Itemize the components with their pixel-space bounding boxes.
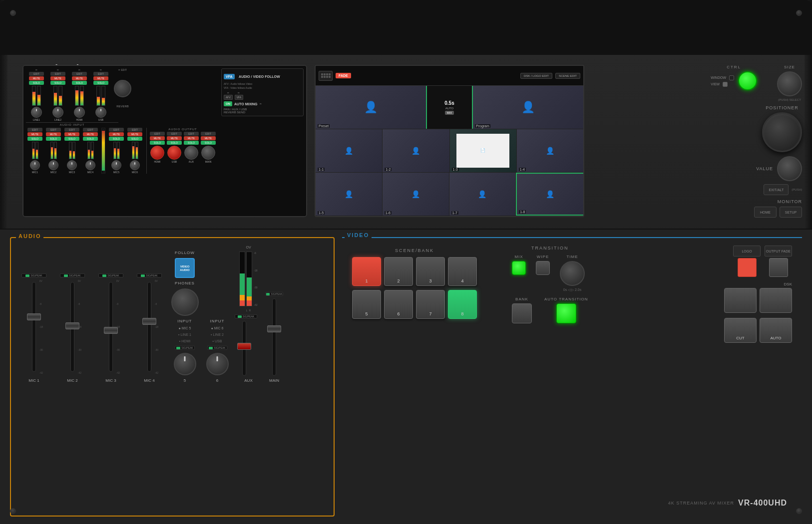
dsk-btn-right[interactable] [760,288,792,313]
logo-btn[interactable]: LOGO [733,246,761,257]
vm-thumb-1-5[interactable]: 👤 1-5 [316,173,383,216]
edit-btn-mic5[interactable]: EDIT [109,128,124,132]
edit-btn-mic2[interactable]: EDIT [46,128,61,132]
scene-btn-1[interactable]: 1 [352,257,381,286]
mute-btn-line2[interactable]: MUTE [50,76,65,80]
edit-btn-usb[interactable]: EDIT [93,72,108,76]
mute-out-main[interactable]: MUTE [201,136,216,140]
solo-btn-line2[interactable]: SOLO [50,81,65,85]
vfa-btn-sm[interactable]: VFA [235,95,243,100]
ch5-knob[interactable] [174,353,196,375]
mute-btn-mic1[interactable]: MUTE [27,132,42,136]
knob-hdmi[interactable] [74,107,85,118]
edit-btn-line1[interactable]: EDIT [29,72,44,76]
vm-thumb-1-8[interactable]: 👤 1-8 [516,173,583,216]
edit-btn-mic4[interactable]: EDIT [83,128,98,132]
output-fade-gray-btn[interactable] [769,258,788,277]
main-fader-handle[interactable] [267,325,281,332]
mute-btn-mic5[interactable]: MUTE [109,132,124,136]
solo-btn-mic5[interactable]: SOLO [109,137,124,141]
value-knob[interactable] [777,156,802,181]
dsk-btn-left[interactable] [724,288,757,313]
solo-out-usb[interactable]: SOLO [167,141,182,145]
output-fade-btn[interactable]: OUTPUT FADE [765,246,792,257]
ch6-knob[interactable] [206,353,229,375]
knob-mic6[interactable] [130,160,140,170]
edit-out-usb[interactable]: EDIT [167,132,182,136]
window-radio[interactable] [729,75,734,80]
mute-btn-usb[interactable]: MUTE [93,76,108,80]
ctrl-green-btn[interactable] [738,71,757,90]
solo-btn-mic3[interactable]: SOLO [64,137,79,141]
solo-btn-hdmi[interactable]: SOLO [72,81,87,85]
cut-btn[interactable]: CUT [724,318,757,343]
edit-btn-mic6[interactable]: EDIT [127,128,142,132]
knob-out-usb[interactable] [167,146,181,160]
knob-usb[interactable] [95,107,106,118]
fade-btn[interactable]: FADE [336,73,351,78]
knob-mic5[interactable] [111,160,121,170]
time-knob[interactable] [560,261,585,286]
mute-out-aux[interactable]: MUTE [184,136,199,140]
solo-btn-mic4[interactable]: SOLO [83,137,98,141]
mute-btn-hdmi[interactable]: MUTE [72,76,87,80]
logo-red-btn[interactable] [738,258,757,277]
scene-btn-7[interactable]: 7 [416,290,445,319]
vm-thumb-1-4[interactable]: 👤 1-4 [517,129,583,172]
edit-btn-hdmi[interactable]: EDIT [72,72,87,76]
mute-out-hdmi[interactable]: MUTE [150,136,165,140]
auto-btn[interactable]: AUTO [760,318,792,343]
vm-thumb-1-3[interactable]: 📄 1-3 [450,129,517,172]
knob-out-aux[interactable] [184,146,198,160]
knob-mic4[interactable] [85,160,95,170]
knob-line2[interactable] [52,107,63,118]
mute-btn-mic6[interactable]: MUTE [127,132,142,136]
vm-thumb-1-2[interactable]: 👤 1-2 [383,129,449,172]
scene-edit-btn[interactable]: SCENE EDIT [555,73,580,79]
follow-btn[interactable]: VIDEO AUDIO [175,258,195,278]
on-btn[interactable]: ON [224,101,232,106]
vm-thumb-1-7[interactable]: 👤 1-7 [449,173,516,216]
solo-out-aux[interactable]: SOLO [184,141,199,145]
dsk-logo-edit-btn[interactable]: DSK / LOGO EDIT [520,73,552,79]
wipe-btn[interactable] [536,261,550,275]
auto-trans-btn[interactable] [556,303,576,323]
knob-mic1[interactable] [30,160,40,170]
scene-btn-6[interactable]: 6 [384,290,413,319]
knob-out-main[interactable] [201,146,215,160]
mute-btn-mic2[interactable]: MUTE [46,132,61,136]
solo-out-main[interactable]: SOLO [201,141,216,145]
mute-btn-mic3[interactable]: MUTE [64,132,79,136]
home-btn[interactable]: HOME [754,207,777,218]
setup-btn[interactable]: SETUP [780,207,802,218]
solo-btn-mic2[interactable]: SOLO [46,137,61,141]
mix-btn[interactable] [512,261,526,275]
view-radio[interactable] [723,82,728,87]
edit-btn-line2[interactable]: EDIT [50,72,65,76]
vm-thumb-1-1[interactable]: 👤 1-1 [316,129,383,172]
solo-btn-mic6[interactable]: SOLO [127,137,142,141]
exit-alt-btn[interactable]: EXIT/ALT [764,184,789,195]
aux-fader-handle[interactable] [237,343,251,350]
mute-out-usb[interactable]: MUTE [167,136,182,140]
vm-mix-btn[interactable]: MIX [445,111,454,115]
edit-out-main[interactable]: EDIT [201,132,216,136]
size-knob[interactable] [777,71,802,96]
solo-btn-usb[interactable]: SOLO [93,81,108,85]
scene-btn-2[interactable]: 2 [384,257,413,286]
solo-out-hdmi[interactable]: SOLO [150,141,165,145]
solo-btn-line1[interactable]: SOLO [29,81,44,85]
scene-btn-3[interactable]: 3 [416,257,445,286]
mute-btn-line1[interactable]: MUTE [29,76,44,80]
edit-out-hdmi[interactable]: EDIT [150,132,165,136]
joystick-knob[interactable] [762,112,802,152]
phones-knob[interactable] [171,288,199,316]
afv-btn[interactable]: AFV [224,95,233,100]
scene-btn-5[interactable]: 5 [352,290,381,319]
vm-thumb-1-6[interactable]: 👤 1-6 [383,173,449,216]
knob-out-hdmi[interactable] [150,146,164,160]
knob-line1[interactable] [31,107,42,118]
solo-btn-mic1[interactable]: SOLO [27,137,42,141]
knob-mic3[interactable] [67,160,77,170]
edit-btn-mic3[interactable]: EDIT [64,128,79,132]
